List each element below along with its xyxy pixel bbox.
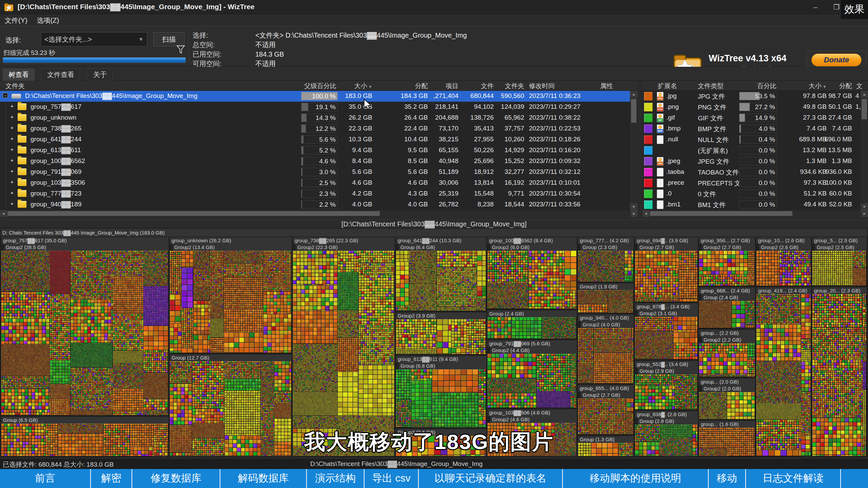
bottom-button-1[interactable]: 解密 [91, 469, 132, 488]
bottom-button-6[interactable]: 以聊天记录确定群的表名 [419, 469, 563, 488]
expand-icon[interactable]: + [9, 180, 15, 185]
tree-col-header-3[interactable]: 分配 [415, 82, 428, 90]
ext-col-header-2[interactable]: 百分比 [757, 82, 776, 90]
tree-table-header[interactable]: 文件夹父级百分比大小 ▼分配项目文件文件夹修改时间属性 [0, 81, 637, 91]
treemap-group-label[interactable]: group_838▓. (2.8 GB) [635, 411, 698, 418]
table-row[interactable]: (无扩展名)0.0 %13.2 MB13.5 MB [643, 145, 868, 156]
expand-icon[interactable]: + [9, 125, 15, 130]
ext-col-header-1[interactable]: 文件类型 [698, 82, 724, 90]
ext-vertical-scrollbar[interactable]: ▲ ▼ [861, 91, 868, 210]
scroll-down-icon[interactable]: ▼ [630, 203, 637, 210]
table-row[interactable]: JPG.jpgJPG 文件53.5 %97.8 GB98.7 GB4 [643, 91, 868, 102]
treemap-group-label[interactable]: group_100▓▓6562 (8.4 GB) [488, 237, 577, 244]
treemap-subgroup-label[interactable]: Group2 (13.4 GB) [173, 244, 292, 251]
table-row[interactable]: +group_103▓▓35062.5 %4.6 GB4.6 GB30,0061… [0, 178, 637, 188]
treemap-subgroup-label[interactable]: Group (6.8 GB) [399, 363, 486, 369]
treemap-group-label[interactable]: group_10... (2.6 GB) [756, 237, 811, 244]
tree-col-header-2[interactable]: 大小 ▼ [354, 82, 372, 90]
table-row[interactable]: +group_940▓▓1892.2 %4.0 GB4.0 GB26,7828,… [0, 199, 637, 210]
table-row[interactable]: .taobaTAOBAO 文件0.0 %934.6 KB936.0 KB [643, 167, 868, 178]
treemap-subgroup-label[interactable]: Group (1.3 GB) [578, 436, 634, 443]
treemap-group-label[interactable]: group_777... (4.2 GB) [578, 237, 634, 244]
scroll-thumb[interactable] [862, 99, 867, 119]
table-row[interactable]: +group_100▓▓65624.6 %8.4 GB8.5 GB40,9482… [0, 156, 637, 167]
table-row[interactable]: JPG.jpegJPEG 文件0.0 %1.3 MB1.3 MB [643, 156, 868, 167]
treemap-group-label[interactable]: group_738▓▓265 (22.3 GB) [293, 237, 395, 244]
bottom-button-0[interactable]: 前言 [0, 469, 91, 488]
ext-col-header-4[interactable]: 分配 [839, 82, 852, 90]
treemap-subgroup-label[interactable]: Group2 (22.3 GB) [296, 244, 395, 251]
bottom-button-4[interactable]: 演示结构 [307, 469, 364, 488]
treemap-subgroup-label[interactable]: Group2 (2.7 GB) [702, 244, 755, 251]
expand-icon[interactable]: + [9, 115, 15, 120]
table-row[interactable]: PNG.pngPNG 文件27.2 %49.8 GB50.1 GB1, [643, 102, 868, 113]
table-row[interactable]: .bm1BM1 文件0.0 %49.4 KB52.0 KB [643, 199, 868, 210]
bottom-button-8[interactable]: 移动 [709, 469, 746, 488]
treemap-subgroup-label[interactable]: Group2 (2.0 GB) [702, 385, 755, 392]
tab-关于[interactable]: 关于 [87, 68, 113, 81]
tree-col-header-5[interactable]: 文件 [481, 82, 494, 90]
treemap-subgroup-label[interactable]: Group2 (1.9 GB) [578, 283, 634, 290]
treemap-subgroup-label[interactable]: Group2 (2.2 GB) [702, 337, 755, 343]
bottom-button-9[interactable]: 日志文件解读 [746, 469, 841, 488]
treemap-group-label[interactable]: group... (2.0 GB) [699, 379, 755, 385]
tree-vertical-scrollbar[interactable]: ▲ ▼ [630, 91, 637, 210]
treemap-group-label[interactable]: group_552▓.. (3.4 GB) [635, 361, 698, 368]
bottom-button-5[interactable]: 导出 csv [364, 469, 419, 488]
scroll-up-icon[interactable]: ▲ [630, 91, 637, 98]
bottom-button-3[interactable]: 解码数据库 [220, 469, 307, 488]
ext-col-header-5[interactable]: 文 [856, 82, 863, 90]
table-row[interactable]: +group_738▓▓26512.2 %22.3 GB22.4 GB73,17… [0, 123, 637, 134]
treemap-subgroup-label[interactable]: Group2 (28.5 GB) [4, 244, 169, 251]
scroll-up-icon[interactable]: ▲ [861, 91, 868, 98]
tab-文件查看[interactable]: 文件查看 [41, 68, 80, 81]
expand-icon[interactable]: + [9, 201, 15, 206]
treemap-group-label[interactable]: group_940... (4.0 GB) [578, 314, 634, 321]
expand-icon[interactable]: + [9, 158, 15, 163]
treemap-group-label[interactable]: group_unknown (26.2 GB) [170, 237, 292, 244]
treemap-group-label[interactable]: group... (2.2 GB) [699, 330, 755, 337]
treemap-subgroup-label[interactable]: Group2 (3.1 GB) [638, 310, 698, 317]
table-row[interactable]: BMP.bmpBMP 文件4.0 %7.4 GB7.4 GB [643, 123, 868, 134]
tree-col-header-7[interactable]: 修改时间 [529, 82, 555, 90]
treemap-group-label[interactable]: group_791▓▓069 (5.6 GB) [488, 340, 577, 347]
scroll-thumb[interactable] [650, 211, 792, 216]
menu-item-0[interactable]: 文件(Y) [0, 15, 32, 26]
expand-icon[interactable]: + [9, 104, 15, 109]
scroll-right-icon[interactable]: ► [631, 210, 637, 217]
treemap-group-label[interactable]: group_668... (2.4 GB) [699, 287, 755, 294]
table-row[interactable]: +group_unknown14.3 %26.2 GB26.4 GB204,68… [0, 113, 637, 123]
table-row[interactable]: .nullNULL 文件0.4 %689.8 MB696.0 MB [643, 134, 868, 145]
table-row[interactable]: .00 文件0.0 %51.2 KB60.0 KB [643, 188, 868, 199]
tree-col-header-1[interactable]: 父级百分比 [304, 82, 336, 90]
treemap-subgroup-label[interactable]: Group (2.7 GB) [638, 244, 698, 251]
table-row[interactable]: +group_613▓▓6115.2 %9.4 GB9.5 GB65,15550… [0, 145, 637, 156]
tree-col-header-6[interactable]: 文件夹 [505, 82, 524, 90]
scan-button[interactable]: 扫描 [153, 32, 184, 46]
scroll-left-icon[interactable]: ◄ [0, 210, 7, 217]
table-row[interactable]: -D:\Chats\Tencent Files\303▓▓445\Image_G… [0, 91, 637, 102]
treemap-group-label[interactable]: group_956... (2.7 GB) [699, 237, 755, 244]
bottom-button-2[interactable]: 修复数据库 [132, 469, 220, 488]
scroll-thumb[interactable] [7, 211, 380, 216]
treemap-subgroup-label[interactable]: Group (2.9 GB) [638, 368, 698, 374]
collapse-icon[interactable]: - [3, 93, 8, 98]
table-row[interactable]: +group_641▓▓2445.6 %10.3 GB10.4 GB38,215… [0, 134, 637, 145]
table-row[interactable]: +group_757▓▓61719.1 %35.0 GB35.2 GB218,1… [0, 102, 637, 113]
tree-col-header-8[interactable]: 属性 [600, 82, 613, 90]
table-row[interactable]: +group_791▓▓0693.0 %5.6 GB5.6 GB51,18918… [0, 167, 637, 178]
folder-dropdown[interactable]: <选择文件夹...> ▼ [41, 32, 147, 46]
treemap-group-label[interactable]: group_103▓▓506 (4.6 GB) [488, 409, 577, 416]
treemap-subgroup-label[interactable]: Group2 (4.0 GB) [581, 321, 634, 328]
table-row[interactable]: +group_777▓▓7232.3 %4.2 GB4.3 GB25,31915… [0, 188, 637, 199]
tab-树查看[interactable]: 树查看 [3, 68, 35, 81]
treemap-group-label[interactable]: group_419... (2.4 GB) [756, 287, 811, 294]
ext-col-header-0[interactable]: 扩展名 [658, 82, 677, 90]
treemap-group-label[interactable]: group_641▓▓244 (10.3 GB) [396, 237, 486, 244]
treemap-group-label[interactable]: group_878▓... (3.4 GB) [635, 303, 698, 310]
treemap-subgroup-label[interactable]: Group2 (4.4 GB) [490, 347, 577, 354]
bottom-button-7[interactable]: 移动脚本的使用说明 [563, 469, 709, 488]
treemap-group-label[interactable]: group_694▓.. (3.9 GB) [635, 237, 698, 244]
treemap-group-label[interactable]: group_655... (4.0 GB) [578, 385, 634, 392]
treemap-group-label[interactable]: group_613▓▓611 (9.4 GB) [396, 356, 486, 363]
